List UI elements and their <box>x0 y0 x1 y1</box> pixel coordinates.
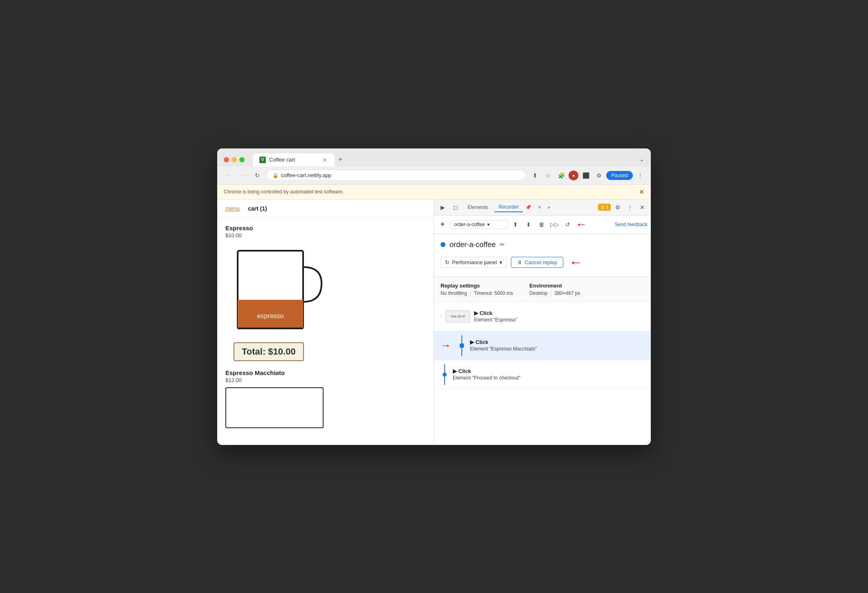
chevron-down-icon: ⌄ <box>639 156 644 162</box>
site-menu-link[interactable]: menu <box>225 205 240 212</box>
add-recording-button[interactable]: + <box>437 219 448 230</box>
bookmark-icon[interactable]: ☆ <box>542 170 554 181</box>
send-feedback-link[interactable]: Send feedback <box>615 222 648 227</box>
tab-recorder[interactable]: Recorder <box>495 202 523 212</box>
replay-speed-button[interactable]: ↺ <box>562 219 573 230</box>
devtools-icon[interactable]: ⚙ <box>593 170 605 181</box>
tab-elements[interactable]: Elements <box>463 203 492 212</box>
replay-settings-values: No throttling Timeout: 5000 ms <box>441 290 513 296</box>
inspect-tool-button[interactable]: ▶ <box>437 202 448 213</box>
active-tab[interactable]: V Coffee cart × <box>253 153 335 166</box>
device-mode-button[interactable]: ◻ <box>450 202 461 213</box>
red-arrow-annotation-1: ← <box>576 218 587 231</box>
paused-badge[interactable]: Paused <box>606 171 633 180</box>
step-2[interactable]: → ▶ Click Element "Espresso Macchiato" <box>434 331 651 360</box>
reload-button[interactable]: ↻ <box>252 170 263 181</box>
profile-icon[interactable]: ● <box>569 171 578 180</box>
automation-notice-text: Chrome is being controlled by automated … <box>224 189 344 195</box>
tab-close-devtools[interactable]: × <box>534 203 545 212</box>
timeout-label: Timeout: 5000 ms <box>474 290 513 296</box>
title-bar: V Coffee cart × + ⌄ <box>217 148 651 166</box>
close-traffic-light[interactable] <box>224 157 229 162</box>
site-nav: menu cart (1) <box>217 200 434 218</box>
cancel-replay-button[interactable]: ⏸ Cancel replay <box>511 257 564 268</box>
espresso-macchiato-product: Espresso Macchiato $12.00 <box>225 369 425 428</box>
perf-panel-icon: ↻ <box>445 259 450 265</box>
devtools-panel: ▶ ◻ Elements Recorder 📌 × » ⚠ 1 ⚙ ⋮ ✕ + <box>434 200 651 445</box>
url-text: coffee-cart.netlify.app <box>281 172 331 178</box>
recorder-area: order-a-coffee ✏ ↻ Performance panel ▾ ⏸… <box>434 234 651 277</box>
lock-icon: 🔒 <box>272 173 279 178</box>
recording-status-dot <box>441 242 445 247</box>
settings-right-col: Environment Desktop 380×487 px <box>529 283 580 296</box>
tab-title: Coffee cart <box>269 157 318 163</box>
tab-close-button[interactable]: × <box>322 157 328 163</box>
maximize-traffic-light[interactable] <box>239 157 245 162</box>
replay-button[interactable]: ▷▷ <box>549 219 560 230</box>
espresso-product: Espresso $10.00 espresso <box>225 225 425 361</box>
tab-favicon: V <box>259 157 266 163</box>
step3-timeline <box>441 364 449 385</box>
red-arrow-annotation-3: → <box>441 339 451 352</box>
share-icon[interactable]: ⬆ <box>529 170 541 181</box>
back-button[interactable]: ← <box>222 170 234 181</box>
automation-close-button[interactable]: ✕ <box>639 188 644 196</box>
step1-content: ▶ Click Element "Espresso" <box>474 310 644 323</box>
new-tab-button[interactable]: + <box>335 154 346 166</box>
step-list: Total: $0.00 ▶ Click Element "Espresso" … <box>434 302 651 445</box>
step1-thumbnail: Total: $0.00 <box>445 310 470 323</box>
total-badge: Total: $10.00 <box>234 342 304 361</box>
browser-window: V Coffee cart × + ⌄ ← → ↻ 🔒 coffee-cart.… <box>217 148 651 445</box>
recorder-pin-icon: 📌 <box>525 204 531 210</box>
edit-recording-icon[interactable]: ✏ <box>500 241 505 248</box>
espresso-name: Espresso <box>225 225 425 231</box>
svg-text:espresso: espresso <box>257 312 284 319</box>
cast-icon[interactable]: ⬛ <box>580 170 591 181</box>
no-throttling-label: No throttling <box>441 290 467 296</box>
step3-action: ▶ Click <box>453 368 644 374</box>
perf-panel-label: Performance panel <box>452 259 497 265</box>
main-content: menu cart (1) Espresso $10.00 <box>217 200 651 445</box>
forward-button[interactable]: → <box>237 170 248 181</box>
delete-recording-button[interactable]: 🗑 <box>536 219 547 230</box>
export-recording-button[interactable]: ⬆ <box>510 219 521 230</box>
product-list: Espresso $10.00 espresso <box>217 218 434 443</box>
step-1[interactable]: Total: $0.00 ▶ Click Element "Espresso" <box>434 302 651 331</box>
performance-panel-button[interactable]: ↻ Performance panel ▾ <box>441 257 507 268</box>
extensions-icon[interactable]: 🧩 <box>555 170 567 181</box>
import-recording-button[interactable]: ⬇ <box>523 219 534 230</box>
step1-timeline <box>441 306 441 327</box>
pause-icon: ⏸ <box>517 259 522 265</box>
step2-timeline <box>458 335 466 356</box>
nav-right-icons: ⬆ ☆ 🧩 ● ⬛ ⚙ Paused ⋮ <box>529 170 646 181</box>
website-content: menu cart (1) Espresso $10.00 <box>217 200 434 445</box>
red-arrow-annotation-2: ← <box>569 255 582 270</box>
address-bar[interactable]: 🔒 coffee-cart.netlify.app <box>266 170 526 181</box>
step-3[interactable]: ▶ Click Element "Proceed to checkout" <box>434 360 651 389</box>
recording-select[interactable]: order-a-coffee ▾ <box>450 220 508 229</box>
env-settings-divider <box>551 290 551 296</box>
nav-bar: ← → ↻ 🔒 coffee-cart.netlify.app ⬆ ☆ 🧩 ● … <box>217 166 651 185</box>
replay-settings: Replay settings No throttling Timeout: 5… <box>434 277 651 302</box>
step3-element: Element "Proceed to checkout" <box>453 375 644 381</box>
settings-gear-button[interactable]: ⚙ <box>612 202 623 213</box>
svg-point-9 <box>443 373 447 377</box>
step2-action: ▶ Click <box>470 339 644 345</box>
more-tabs-button[interactable]: » <box>547 204 550 210</box>
tab-bar: V Coffee cart × + <box>253 153 636 166</box>
menu-icon[interactable]: ⋮ <box>634 170 646 181</box>
recorder-controls-row: ↻ Performance panel ▾ ⏸ Cancel replay ← <box>441 255 644 270</box>
step2-element: Element "Espresso Macchiato" <box>470 346 644 352</box>
step2-content: ▶ Click Element "Espresso Macchiato" <box>470 339 644 352</box>
cancel-replay-label: Cancel replay <box>525 259 558 265</box>
close-devtools-button[interactable]: ✕ <box>637 202 648 213</box>
devtools-toolbar: + order-a-coffee ▾ ⬆ ⬇ 🗑 ▷▷ ↺ ← Send fee… <box>434 216 651 234</box>
more-options-button[interactable]: ⋮ <box>625 202 635 213</box>
traffic-lights <box>224 157 245 162</box>
desktop-label: Desktop <box>529 290 547 296</box>
settings-left-col: Replay settings No throttling Timeout: 5… <box>441 283 513 296</box>
site-cart-link[interactable]: cart (1) <box>248 205 267 212</box>
recording-name-label: order-a-coffee <box>454 222 485 227</box>
minimize-traffic-light[interactable] <box>232 157 237 162</box>
automation-bar: Chrome is being controlled by automated … <box>217 185 651 200</box>
